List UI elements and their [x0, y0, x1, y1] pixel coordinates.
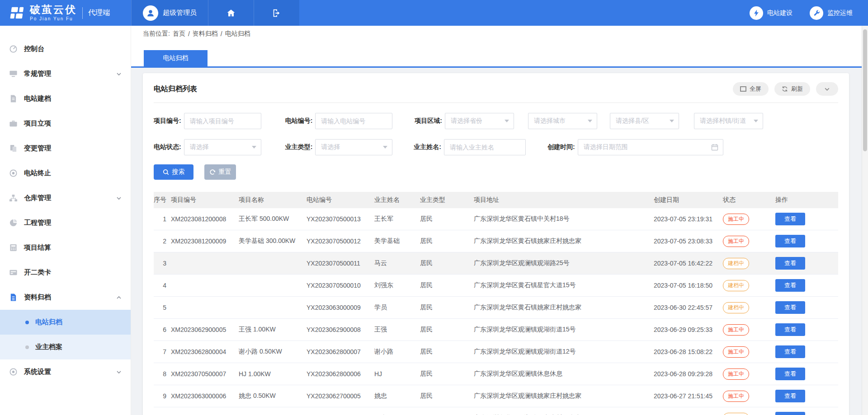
- created-time-label: 创建时间:: [547, 143, 575, 151]
- refresh-button[interactable]: 刷新: [774, 82, 810, 96]
- reset-icon: [209, 169, 216, 175]
- table-header: 序号 项目编号 项目名称 电站编号 业主姓名 业主类型 项目地址 创建日期 状态…: [154, 192, 838, 208]
- sidebar-item-warehouse-management[interactable]: 仓库管理: [0, 186, 131, 210]
- status-badge: 建档中: [723, 413, 749, 415]
- sidebar-item-change-management[interactable]: 变更管理: [0, 136, 131, 161]
- breadcrumb-station-archive[interactable]: 电站归档: [225, 30, 250, 38]
- project-no-input[interactable]: [184, 113, 261, 129]
- chevron-up-icon: [116, 295, 122, 300]
- logout-icon: [272, 8, 282, 18]
- status-badge: 施工中: [723, 324, 749, 336]
- status-badge: 施工中: [723, 236, 749, 247]
- sidebar-item-general-management[interactable]: 常规管理: [0, 61, 131, 86]
- breadcrumb: 当前位置: 首页 / 资料归档 / 电站归档: [131, 26, 868, 42]
- settings-icon: [9, 368, 18, 376]
- search-icon: [163, 169, 169, 175]
- station-no-input[interactable]: [315, 113, 392, 129]
- tab-station-archive[interactable]: 电站归档: [144, 50, 208, 66]
- view-button[interactable]: 查看: [775, 412, 805, 415]
- logout-button[interactable]: [254, 0, 299, 26]
- document-icon: [9, 94, 18, 103]
- table-row: 1 XM2023081200008 王长军 500.00KW YX2023070…: [154, 208, 838, 230]
- view-button[interactable]: 查看: [775, 368, 805, 380]
- sidebar-item-dashboard[interactable]: 控制台: [0, 37, 131, 61]
- sidebar-item-owner-archive[interactable]: 业主档案: [0, 335, 131, 359]
- caret-down-icon: [383, 146, 387, 149]
- top-bar: 破茧云伏 Po Jian Yun Fu 代理端 超级管理员 电站建设: [0, 0, 868, 26]
- table-row: 4 YX2023070500010 刘强东 居民 广东深圳龙华区黄石镇星官大道1…: [154, 275, 838, 297]
- city-select[interactable]: 请选择城市: [528, 113, 597, 129]
- view-button[interactable]: 查看: [775, 257, 805, 270]
- portal-label: 代理端: [82, 7, 110, 19]
- fullscreen-button[interactable]: 全屏: [733, 82, 769, 96]
- breadcrumb-separator: /: [188, 30, 190, 37]
- user-name: 超级管理员: [163, 9, 197, 17]
- table-row: 3 YX2023070500011 马云 居民 广东深圳龙华区观澜镇观湖路25号…: [154, 252, 838, 275]
- breadcrumb-data-archive[interactable]: 资料归档: [193, 30, 218, 38]
- brand-logo-icon: [6, 3, 26, 23]
- view-button[interactable]: 查看: [775, 390, 805, 402]
- view-button[interactable]: 查看: [775, 301, 805, 314]
- station-archive-panel: 电站归档列表 全屏 刷新: [143, 73, 849, 415]
- caret-down-icon: [754, 120, 758, 122]
- date-range-input[interactable]: 请选择日期范围: [578, 139, 723, 155]
- caret-down-icon: [505, 120, 509, 122]
- filter-actions: 搜索 重置: [154, 164, 838, 180]
- user-icon: [146, 8, 156, 18]
- chevron-down-icon: [116, 369, 122, 375]
- user-menu[interactable]: 超级管理员: [131, 0, 208, 26]
- sidebar-item-system-settings[interactable]: 系统设置: [0, 359, 131, 384]
- copy-icon: [9, 144, 18, 153]
- province-select[interactable]: 请选择省份: [445, 113, 514, 129]
- sidebar-item-data-archive[interactable]: 资料归档: [0, 285, 131, 310]
- scrollbar-thumb[interactable]: [863, 29, 867, 151]
- view-button[interactable]: 查看: [775, 345, 805, 358]
- view-button[interactable]: 查看: [775, 323, 805, 336]
- status-badge: 建档中: [723, 280, 749, 291]
- town-select[interactable]: 请选择村镇/街道: [694, 113, 763, 129]
- owner-type-label: 业主类型:: [285, 143, 313, 151]
- sidebar-item-project-initiation[interactable]: 项目立项: [0, 111, 131, 136]
- station-status-label: 电站状态:: [154, 143, 181, 151]
- district-select[interactable]: 请选择县/区: [610, 113, 679, 129]
- panel-toolbar: 全屏 刷新: [733, 82, 838, 96]
- owner-type-select[interactable]: 请选择: [315, 139, 392, 155]
- table-row: 5 YX2023063000009 学员 居民 广东深圳龙华区黄石镇姚家庄村姚忠…: [154, 297, 838, 319]
- sidebar-item-station-termination[interactable]: 电站终止: [0, 161, 131, 186]
- calculator-icon: [9, 243, 18, 252]
- view-button[interactable]: 查看: [775, 279, 805, 292]
- collapse-button[interactable]: [816, 82, 838, 96]
- fullscreen-icon: [740, 86, 746, 92]
- home-button[interactable]: [208, 0, 254, 26]
- content-area: 电站归档列表 全屏 刷新: [131, 68, 868, 415]
- owner-name-input[interactable]: [444, 139, 526, 155]
- nav-station-construction[interactable]: 电站建设: [750, 6, 793, 20]
- tab-bar: 电站归档: [131, 42, 868, 68]
- wrench-icon: [810, 6, 823, 20]
- bullet-icon: [25, 321, 29, 324]
- sidebar-item-station-archive[interactable]: 电站归档: [0, 310, 131, 335]
- avatar: [143, 5, 158, 21]
- chevron-down-icon: [116, 71, 122, 77]
- filter-row-1: 项目编号: 电站编号: 项目区域: 请选择省份 请选择城市 请选择县/区: [154, 113, 838, 129]
- divider: [154, 103, 838, 103]
- filter-row-2: 电站状态: 请选择 业主类型: 请选择 业主姓名: 创建时间: 请选择日期范围: [154, 139, 838, 155]
- table-row: 2 XM2023081200009 美学基础 300.00KW YX202307…: [154, 230, 838, 252]
- view-button[interactable]: 查看: [775, 235, 805, 247]
- sidebar-item-open-card[interactable]: 开二类卡: [0, 260, 131, 285]
- sidebar-item-project-settlement[interactable]: 项目结算: [0, 235, 131, 260]
- sidebar-item-station-filing[interactable]: 电站建档: [0, 86, 131, 111]
- station-status-select[interactable]: 请选择: [184, 139, 261, 155]
- breadcrumb-home[interactable]: 首页: [173, 30, 185, 38]
- sidebar-item-engineering-management[interactable]: 工程管理: [0, 210, 131, 235]
- status-badge: 施工中: [723, 368, 749, 380]
- search-button[interactable]: 搜索: [154, 164, 193, 180]
- reset-button[interactable]: 重置: [204, 164, 236, 180]
- chart-pie-icon: [9, 219, 18, 227]
- brand-name: 破茧云伏: [30, 5, 77, 15]
- view-button[interactable]: 查看: [775, 213, 805, 225]
- main-area: 当前位置: 首页 / 资料归档 / 电站归档 电站归档 电站归档列表 全屏: [131, 26, 868, 415]
- monitor-icon: [9, 70, 18, 78]
- table-body: 1 XM2023081200008 王长军 500.00KW YX2023070…: [154, 208, 838, 415]
- nav-monitor-ops[interactable]: 监控运维: [810, 6, 853, 20]
